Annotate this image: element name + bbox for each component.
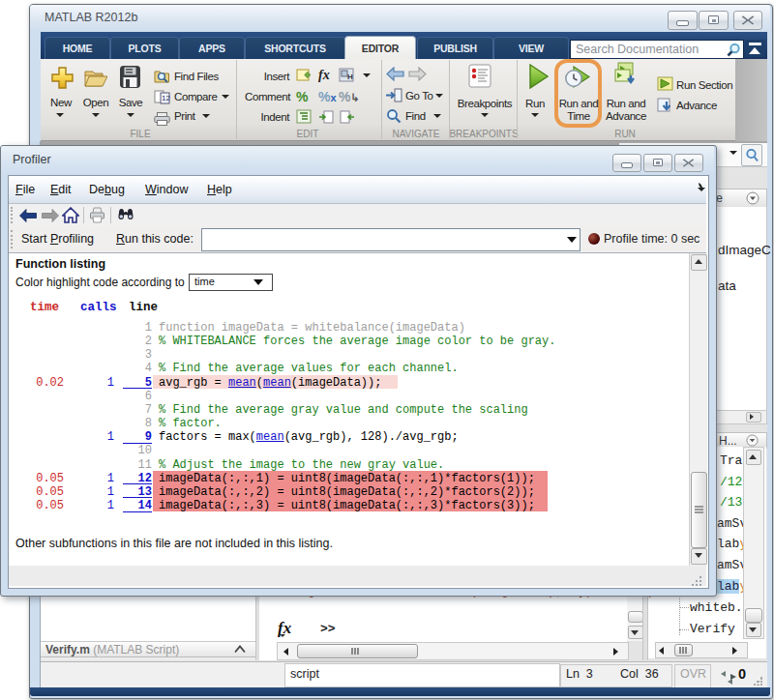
- svg-text:12: 12: [162, 94, 170, 102]
- svg-text:H: H: [347, 73, 353, 81]
